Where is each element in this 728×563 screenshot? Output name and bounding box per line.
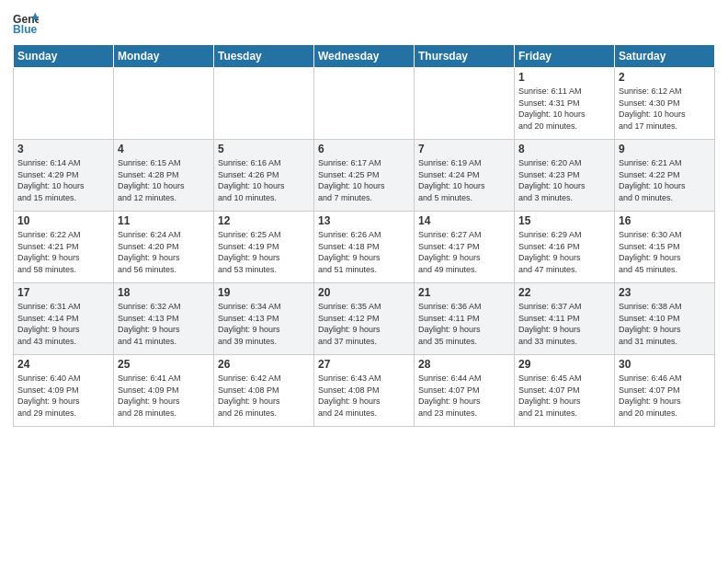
day-number: 18 — [118, 286, 210, 299]
day-of-week-header: Thursday — [415, 45, 515, 68]
day-number: 14 — [418, 214, 510, 227]
day-number: 7 — [418, 143, 510, 155]
day-info: Sunrise: 6:32 AM Sunset: 4:13 PM Dayligh… — [118, 301, 210, 347]
logo-icon: General Blue — [13, 11, 39, 37]
day-info: Sunrise: 6:14 AM Sunset: 4:29 PM Dayligh… — [17, 157, 109, 203]
day-info: Sunrise: 6:31 AM Sunset: 4:14 PM Dayligh… — [17, 301, 109, 347]
calendar-cell: 26Sunrise: 6:42 AM Sunset: 4:08 PM Dayli… — [214, 355, 314, 427]
calendar-week-row: 1Sunrise: 6:11 AM Sunset: 4:31 PM Daylig… — [14, 68, 715, 140]
calendar-cell: 24Sunrise: 6:40 AM Sunset: 4:09 PM Dayli… — [14, 355, 114, 427]
calendar-cell: 14Sunrise: 6:27 AM Sunset: 4:17 PM Dayli… — [415, 212, 515, 283]
day-number: 4 — [118, 143, 210, 155]
day-number: 26 — [218, 358, 310, 371]
calendar-cell: 10Sunrise: 6:22 AM Sunset: 4:21 PM Dayli… — [14, 212, 114, 283]
calendar-cell: 3Sunrise: 6:14 AM Sunset: 4:29 PM Daylig… — [14, 140, 114, 212]
day-number: 10 — [17, 214, 109, 227]
calendar-table: SundayMondayTuesdayWednesdayThursdayFrid… — [13, 44, 715, 427]
day-number: 15 — [518, 214, 610, 227]
calendar-cell: 1Sunrise: 6:11 AM Sunset: 4:31 PM Daylig… — [515, 68, 615, 140]
calendar-cell: 30Sunrise: 6:46 AM Sunset: 4:07 PM Dayli… — [615, 355, 715, 427]
calendar-cell: 9Sunrise: 6:21 AM Sunset: 4:22 PM Daylig… — [615, 140, 715, 212]
day-info: Sunrise: 6:36 AM Sunset: 4:11 PM Dayligh… — [418, 301, 510, 347]
day-info: Sunrise: 6:22 AM Sunset: 4:21 PM Dayligh… — [17, 229, 109, 275]
day-number: 9 — [619, 143, 711, 155]
day-info: Sunrise: 6:44 AM Sunset: 4:07 PM Dayligh… — [418, 373, 510, 419]
day-info: Sunrise: 6:42 AM Sunset: 4:08 PM Dayligh… — [218, 373, 310, 419]
calendar-cell: 6Sunrise: 6:17 AM Sunset: 4:25 PM Daylig… — [314, 140, 415, 212]
calendar-cell — [14, 68, 114, 140]
day-info: Sunrise: 6:41 AM Sunset: 4:09 PM Dayligh… — [118, 373, 210, 419]
day-number: 29 — [518, 358, 610, 371]
day-info: Sunrise: 6:17 AM Sunset: 4:25 PM Dayligh… — [318, 157, 410, 203]
day-number: 5 — [218, 143, 310, 155]
day-number: 8 — [518, 143, 610, 155]
calendar-cell — [214, 68, 314, 140]
day-number: 3 — [17, 143, 109, 155]
day-info: Sunrise: 6:21 AM Sunset: 4:22 PM Dayligh… — [619, 157, 711, 203]
calendar-week-row: 10Sunrise: 6:22 AM Sunset: 4:21 PM Dayli… — [14, 212, 715, 283]
day-info: Sunrise: 6:38 AM Sunset: 4:10 PM Dayligh… — [619, 301, 711, 347]
day-of-week-header: Sunday — [14, 45, 114, 68]
day-number: 22 — [518, 286, 610, 299]
day-info: Sunrise: 6:11 AM Sunset: 4:31 PM Dayligh… — [518, 86, 610, 132]
calendar-cell: 27Sunrise: 6:43 AM Sunset: 4:08 PM Dayli… — [314, 355, 415, 427]
day-number: 19 — [218, 286, 310, 299]
calendar-cell — [314, 68, 415, 140]
day-number: 12 — [218, 214, 310, 227]
day-info: Sunrise: 6:40 AM Sunset: 4:09 PM Dayligh… — [17, 373, 109, 419]
day-number: 1 — [518, 71, 610, 84]
day-info: Sunrise: 6:27 AM Sunset: 4:17 PM Dayligh… — [418, 229, 510, 275]
day-number: 30 — [619, 358, 711, 371]
header: General Blue — [13, 11, 715, 37]
calendar-cell: 19Sunrise: 6:34 AM Sunset: 4:13 PM Dayli… — [214, 283, 314, 355]
day-info: Sunrise: 6:29 AM Sunset: 4:16 PM Dayligh… — [518, 229, 610, 275]
day-info: Sunrise: 6:45 AM Sunset: 4:07 PM Dayligh… — [518, 373, 610, 419]
day-of-week-header: Tuesday — [214, 45, 314, 68]
day-info: Sunrise: 6:35 AM Sunset: 4:12 PM Dayligh… — [318, 301, 410, 347]
calendar-cell: 17Sunrise: 6:31 AM Sunset: 4:14 PM Dayli… — [14, 283, 114, 355]
calendar-cell: 16Sunrise: 6:30 AM Sunset: 4:15 PM Dayli… — [615, 212, 715, 283]
calendar-cell: 25Sunrise: 6:41 AM Sunset: 4:09 PM Dayli… — [114, 355, 214, 427]
calendar-cell: 2Sunrise: 6:12 AM Sunset: 4:30 PM Daylig… — [615, 68, 715, 140]
header-row: SundayMondayTuesdayWednesdayThursdayFrid… — [14, 45, 715, 68]
day-number: 27 — [318, 358, 410, 371]
day-info: Sunrise: 6:24 AM Sunset: 4:20 PM Dayligh… — [118, 229, 210, 275]
calendar-week-row: 3Sunrise: 6:14 AM Sunset: 4:29 PM Daylig… — [14, 140, 715, 212]
day-number: 13 — [318, 214, 410, 227]
day-number: 25 — [118, 358, 210, 371]
calendar-cell: 13Sunrise: 6:26 AM Sunset: 4:18 PM Dayli… — [314, 212, 415, 283]
calendar-cell: 29Sunrise: 6:45 AM Sunset: 4:07 PM Dayli… — [515, 355, 615, 427]
day-info: Sunrise: 6:30 AM Sunset: 4:15 PM Dayligh… — [619, 229, 711, 275]
day-number: 17 — [17, 286, 109, 299]
calendar-cell: 18Sunrise: 6:32 AM Sunset: 4:13 PM Dayli… — [114, 283, 214, 355]
calendar-body: 1Sunrise: 6:11 AM Sunset: 4:31 PM Daylig… — [14, 68, 715, 427]
calendar-cell: 23Sunrise: 6:38 AM Sunset: 4:10 PM Dayli… — [615, 283, 715, 355]
logo: General Blue — [13, 11, 39, 37]
day-info: Sunrise: 6:26 AM Sunset: 4:18 PM Dayligh… — [318, 229, 410, 275]
day-number: 21 — [418, 286, 510, 299]
day-of-week-header: Saturday — [615, 45, 715, 68]
day-number: 20 — [318, 286, 410, 299]
day-of-week-header: Wednesday — [314, 45, 415, 68]
day-info: Sunrise: 6:46 AM Sunset: 4:07 PM Dayligh… — [619, 373, 711, 419]
day-number: 11 — [118, 214, 210, 227]
calendar-cell: 4Sunrise: 6:15 AM Sunset: 4:28 PM Daylig… — [114, 140, 214, 212]
day-number: 6 — [318, 143, 410, 155]
calendar-week-row: 24Sunrise: 6:40 AM Sunset: 4:09 PM Dayli… — [14, 355, 715, 427]
day-number: 2 — [619, 71, 711, 84]
day-info: Sunrise: 6:19 AM Sunset: 4:24 PM Dayligh… — [418, 157, 510, 203]
day-info: Sunrise: 6:34 AM Sunset: 4:13 PM Dayligh… — [218, 301, 310, 347]
day-info: Sunrise: 6:12 AM Sunset: 4:30 PM Dayligh… — [619, 86, 711, 132]
day-info: Sunrise: 6:25 AM Sunset: 4:19 PM Dayligh… — [218, 229, 310, 275]
calendar-cell: 7Sunrise: 6:19 AM Sunset: 4:24 PM Daylig… — [415, 140, 515, 212]
calendar-cell: 20Sunrise: 6:35 AM Sunset: 4:12 PM Dayli… — [314, 283, 415, 355]
calendar-cell: 22Sunrise: 6:37 AM Sunset: 4:11 PM Dayli… — [515, 283, 615, 355]
calendar-cell: 12Sunrise: 6:25 AM Sunset: 4:19 PM Dayli… — [214, 212, 314, 283]
day-info: Sunrise: 6:37 AM Sunset: 4:11 PM Dayligh… — [518, 301, 610, 347]
day-info: Sunrise: 6:43 AM Sunset: 4:08 PM Dayligh… — [318, 373, 410, 419]
calendar-cell — [415, 68, 515, 140]
day-info: Sunrise: 6:16 AM Sunset: 4:26 PM Dayligh… — [218, 157, 310, 203]
calendar-cell: 21Sunrise: 6:36 AM Sunset: 4:11 PM Dayli… — [415, 283, 515, 355]
day-of-week-header: Friday — [515, 45, 615, 68]
calendar-cell: 15Sunrise: 6:29 AM Sunset: 4:16 PM Dayli… — [515, 212, 615, 283]
